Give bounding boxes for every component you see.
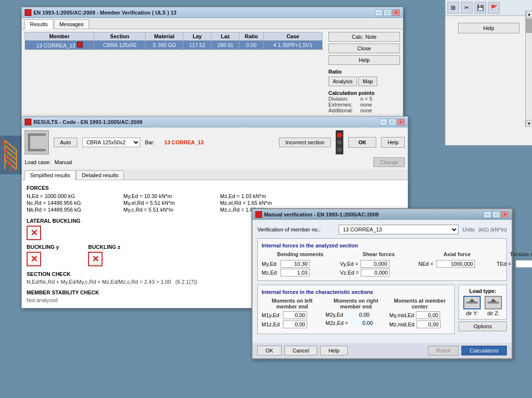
mv2-title: Manual verification - EN 1993-1:2005/AC:… bbox=[264, 212, 484, 217]
help-btn[interactable]: Help bbox=[328, 55, 400, 65]
member-verification-window: EN 1993-1:2005/AC:2009 - Member Verifica… bbox=[21, 7, 403, 117]
analysis-btn[interactable]: Analysis bbox=[328, 77, 357, 86]
load-type-dir-y-btn[interactable] bbox=[463, 296, 481, 309]
my-ed-label: My,Ed bbox=[262, 261, 279, 267]
mz-el-rd-row: Mz,el,Rd = 1.65 kN*m bbox=[220, 199, 317, 206]
nb-rd-row: Nb,Rd = 14488.956 kG bbox=[27, 206, 123, 213]
tab-results[interactable]: Results bbox=[25, 19, 53, 29]
mv-maximize[interactable]: □ bbox=[384, 9, 391, 16]
ratio-section: Ratio Analysis Map bbox=[328, 69, 400, 86]
cp-extremes-key: Extremes: bbox=[328, 102, 357, 107]
mv2-maximize[interactable]: □ bbox=[492, 211, 500, 218]
calc-note-btn[interactable]: Calc. Note bbox=[328, 32, 400, 42]
ned-input[interactable] bbox=[436, 260, 475, 268]
tab-detailed[interactable]: Detailed results bbox=[76, 170, 124, 180]
char-sections-box: Internal forces in the characteristic se… bbox=[257, 285, 455, 334]
manual-verification-window: Manual verification - EN 1993-1:2005/AC:… bbox=[251, 208, 513, 359]
scrollbar-vertical[interactable]: ▲ ▼ bbox=[525, 11, 532, 127]
mv2-ok-btn[interactable]: OK bbox=[257, 346, 281, 355]
vz-ed-input[interactable] bbox=[361, 269, 390, 276]
scroll-thumb[interactable] bbox=[526, 18, 532, 33]
mv2-controls: ─ □ × bbox=[484, 211, 509, 218]
load-case-label: Load case: bbox=[25, 159, 51, 165]
mv-table-area: Member Section Material Lay Laz Ratio Ca… bbox=[22, 29, 325, 116]
scissors-icon[interactable]: ✂ bbox=[461, 2, 473, 14]
torsion-header: Torsion moment bbox=[497, 251, 532, 257]
my-c-rd-row: My,c,Rd = 5.51 kN*m bbox=[123, 206, 220, 213]
map-btn[interactable]: Map bbox=[358, 77, 377, 86]
bar-value: 13 CORREA_13 bbox=[164, 139, 204, 145]
options-btn[interactable]: Options bbox=[458, 321, 507, 331]
m1z-input[interactable] bbox=[283, 321, 307, 328]
m2z-field: M2z,Ed = bbox=[325, 320, 386, 326]
svg-marker-6 bbox=[490, 299, 496, 302]
ok-btn[interactable]: OK bbox=[348, 137, 377, 148]
m2z-input[interactable] bbox=[350, 320, 374, 326]
mz-ed-label: Mz,Ed bbox=[262, 270, 279, 276]
mv2-help-btn[interactable]: Help bbox=[320, 346, 348, 355]
scroll-up[interactable]: ▲ bbox=[526, 11, 532, 17]
member-select[interactable]: 13 CORREA_13 bbox=[339, 225, 458, 234]
right-help-btn[interactable]: Help bbox=[458, 23, 519, 33]
mz-ed-field: Mz,Ed bbox=[262, 269, 339, 276]
tab-simplified[interactable]: Simplified results bbox=[25, 170, 75, 180]
ted-field: TEd = bbox=[497, 260, 532, 268]
results-maximize[interactable]: □ bbox=[388, 119, 396, 125]
load-type-dir-z-btn[interactable] bbox=[485, 296, 502, 309]
my-ed-input[interactable] bbox=[281, 260, 310, 268]
tab-messages[interactable]: Messages bbox=[54, 19, 89, 29]
save-icon[interactable]: 💾 bbox=[474, 2, 486, 14]
bending-header: Bending moments bbox=[262, 251, 339, 257]
close-btn[interactable]: Close bbox=[328, 44, 400, 53]
ratio-label: Ratio bbox=[328, 69, 400, 75]
table-row[interactable]: 13 CORREA_13 CBRA 125x50 S 280 GD 117.52… bbox=[25, 41, 323, 50]
dir-z-label: dir Z: bbox=[487, 310, 499, 316]
axial-header: Axial force bbox=[418, 251, 496, 257]
buckling-z-title: BUCKLING z bbox=[88, 244, 120, 250]
section-select[interactable]: CBRA 125x50x2 bbox=[82, 138, 140, 147]
my-el-rd-row: My,el,Rd = 5.51 kN*m bbox=[123, 199, 220, 206]
cp-additional-key: Additional: bbox=[328, 107, 357, 113]
results-close[interactable]: × bbox=[397, 119, 405, 125]
ted-input[interactable] bbox=[516, 260, 532, 268]
mv2-minimize[interactable]: ─ bbox=[484, 211, 491, 218]
buckling-y: BUCKLING y ✕ bbox=[27, 244, 59, 266]
mv-minimize[interactable]: ─ bbox=[375, 9, 383, 16]
bar-label: Bar: bbox=[145, 139, 155, 145]
auto-btn[interactable]: Auto bbox=[54, 138, 77, 147]
results-minimize[interactable]: ─ bbox=[380, 119, 387, 125]
mz-mid-input[interactable] bbox=[416, 321, 441, 328]
col-laz: Laz bbox=[211, 32, 239, 41]
cell-member: 13 CORREA_13 bbox=[25, 41, 94, 50]
mv2-calculations-btn[interactable]: Calculations bbox=[461, 346, 507, 355]
cp-additional-val: none bbox=[360, 107, 372, 113]
change-btn[interactable]: Change bbox=[373, 157, 405, 167]
svg-marker-4 bbox=[469, 299, 475, 302]
units-value: (kG) (kN*m) bbox=[478, 227, 507, 232]
vy-ed-input[interactable] bbox=[360, 260, 389, 268]
m1y-field: M1y,Ed bbox=[262, 311, 323, 319]
m1z-field: M1z,Ed bbox=[262, 321, 323, 328]
table-icon[interactable]: ⊞ bbox=[447, 2, 459, 14]
member-color-swatch bbox=[77, 42, 83, 47]
m1y-input[interactable] bbox=[283, 311, 307, 319]
cell-ratio: 0.00 bbox=[239, 41, 264, 50]
member-table: Member Section Material Lay Laz Ratio Ca… bbox=[25, 32, 323, 50]
mv2-close[interactable]: × bbox=[501, 211, 509, 218]
mv2-robot-btn[interactable]: Robot bbox=[428, 346, 458, 355]
buckling-y-title: BUCKLING y bbox=[27, 244, 59, 250]
m2y-input[interactable] bbox=[347, 311, 371, 318]
mv2-cancel-btn[interactable]: Cancel bbox=[284, 346, 317, 355]
my-mid-input[interactable] bbox=[416, 311, 440, 319]
mz-ed-input[interactable] bbox=[281, 269, 310, 276]
results-tab-bar: Simplified results Detailed results bbox=[22, 169, 408, 180]
right-toolbar: ⊞ ✂ 💾 🚩 bbox=[445, 0, 532, 16]
col-lay: Lay bbox=[183, 32, 211, 41]
flag-icon[interactable]: 🚩 bbox=[488, 2, 500, 14]
incorrect-section-btn[interactable]: Incorrect section bbox=[279, 138, 331, 147]
mv-close[interactable]: × bbox=[392, 9, 400, 16]
help-btn[interactable]: Help bbox=[381, 137, 405, 148]
cs-right-col: Moments on rightmember end M2y,Ed M2z,Ed… bbox=[325, 298, 386, 330]
scroll-down[interactable]: ▼ bbox=[526, 120, 532, 127]
cp-extremes-val: none bbox=[360, 102, 372, 107]
